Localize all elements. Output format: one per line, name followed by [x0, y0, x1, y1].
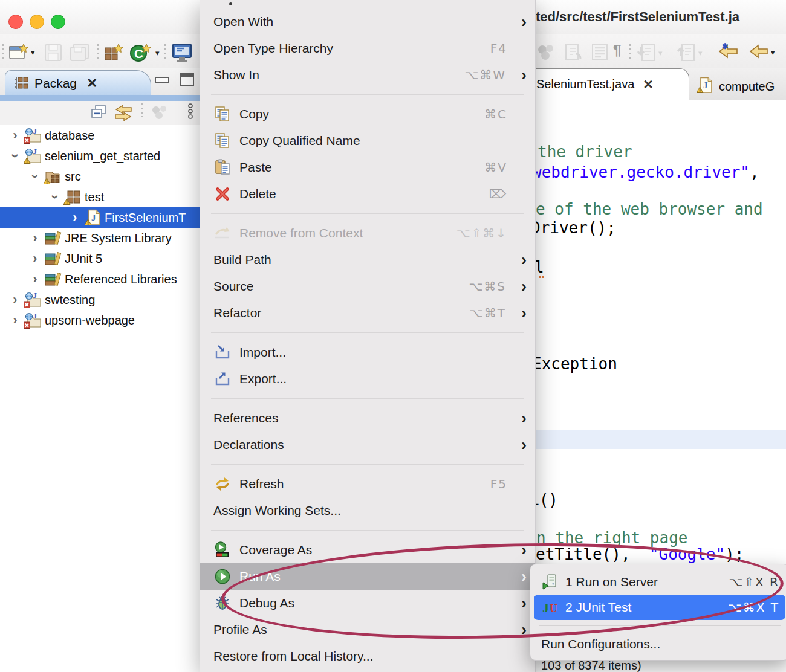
chevron-collapsed-icon[interactable]: › [67, 210, 83, 225]
menu-separator [211, 332, 524, 333]
menu-item-label: Run As [239, 569, 281, 584]
tree-item-upsorn-webpage[interactable]: ›Jupsorn-webpage [0, 310, 200, 331]
current-line-highlight [531, 430, 786, 449]
menu-item-shortcut: ⌘C [484, 107, 507, 121]
menu-item-run-configurations[interactable]: Run Configurations... [530, 632, 786, 657]
package-warning-icon [63, 189, 82, 205]
delete-icon [213, 186, 232, 202]
tree-item-selenium-get-started[interactable]: ›Jselenium_get_started [0, 146, 200, 166]
last-edit-location-button[interactable]: ✱ [717, 43, 739, 61]
menu-item-paste[interactable]: Paste⌘V [200, 154, 535, 181]
new-wizard-button[interactable]: ▾ [8, 43, 35, 61]
team-sync-button[interactable] [536, 43, 556, 61]
menu-item-build-path[interactable]: Build Path› [200, 247, 535, 273]
svg-text:J: J [703, 80, 708, 90]
menu-item-profile-as[interactable]: Profile As› [200, 616, 535, 643]
eclipse-window: ted/src/test/FirstSeleniumTest.ja ▾ C ▾ [0, 0, 786, 672]
link-editor-arrows-icon [114, 105, 133, 121]
submenu-chevron-icon: › [516, 622, 527, 638]
chevron-collapsed-icon[interactable]: › [27, 230, 43, 246]
tab-package-explorer[interactable]: Packag ✕ [5, 70, 151, 96]
menu-item-debug-as[interactable]: Debug As› [200, 590, 535, 616]
new-java-project-button[interactable] [103, 43, 125, 62]
show-outline-button[interactable] [590, 43, 611, 61]
menu-item-label: Build Path [213, 253, 271, 267]
tree-item-label: upsorn-webpage [45, 314, 135, 328]
doc-arrow-icon [564, 43, 584, 61]
code-line: l [534, 258, 544, 276]
tree-item-database[interactable]: ›Jdatabase [0, 125, 200, 146]
svg-text:J: J [91, 213, 96, 222]
menu-item-show-in[interactable]: Show In⌥⌘W› [200, 62, 535, 88]
close-view-icon[interactable]: ✕ [86, 76, 97, 91]
tree-item-firstseleniumt[interactable]: ›JFirstSeleniumT [0, 207, 200, 228]
save-button[interactable] [44, 43, 63, 61]
open-console-button[interactable] [172, 43, 193, 62]
tree-item-src[interactable]: ›src [0, 166, 200, 187]
junit-icon: JU [541, 599, 559, 616]
menu-item-restore-from-local-history[interactable]: Restore from Local History... [200, 643, 535, 670]
menu-item-coverage-as[interactable]: Coverage As› [200, 537, 535, 563]
link-with-editor-button[interactable] [114, 105, 133, 124]
java-project-error-icon: J [23, 292, 42, 308]
tree-item-swtesting[interactable]: ›Jswtesting [0, 289, 200, 310]
new-web-service-button[interactable]: C ▾ [129, 43, 160, 62]
collapse-all-button[interactable] [89, 105, 108, 123]
menu-item-copy[interactable]: Copy⌘C [200, 101, 535, 128]
save-all-button[interactable] [69, 43, 91, 61]
menu-item-shortcut: ⌘V [484, 160, 507, 175]
menu-separator [211, 464, 524, 465]
menu-item-import[interactable]: Import... [200, 339, 535, 366]
editor-tab-label: SeleniumTest.java [536, 77, 634, 91]
focus-dots-icon [150, 105, 172, 120]
show-whitespace-button[interactable]: ¶ [613, 42, 621, 59]
menu-item-assign-working-sets[interactable]: Assign Working Sets... [200, 497, 535, 524]
tree-item-referenced-libraries[interactable]: ›Referenced Libraries [0, 269, 200, 289]
minimize-window-button[interactable] [30, 15, 44, 29]
next-annotation-button[interactable]: ▾ [636, 43, 663, 62]
maximize-view-button[interactable] [180, 73, 194, 86]
submenu-chevron-icon: › [516, 542, 527, 558]
menu-item-label: Source [213, 279, 254, 294]
svg-text:J: J [33, 148, 37, 156]
menu-item-copy-qualified-name[interactable]: Copy Qualified Name [200, 128, 535, 154]
debug-icon [213, 595, 232, 612]
menu-item-2-junit-test[interactable]: JU2 JUnit Test⌥⌘X T [534, 595, 785, 620]
menu-item-export[interactable]: Export... [200, 366, 535, 392]
menu-item-remove-from-context[interactable]: Remove from Context⌥⇧⌘↓ [200, 220, 535, 247]
back-history-button[interactable]: ▾ [749, 43, 775, 61]
close-tab-icon[interactable]: ✕ [643, 77, 654, 92]
chevron-collapsed-icon[interactable]: › [7, 128, 23, 143]
menu-item-1-run-on-server[interactable]: 1 Run on Server⌥⇧X R [530, 569, 786, 595]
focus-on-active-task-button[interactable] [150, 105, 172, 123]
chevron-expanded-icon[interactable]: › [27, 169, 43, 184]
menu-item-declarations[interactable]: Declarations› [200, 431, 535, 458]
tab-compute-g[interactable]: J computeG [697, 73, 775, 100]
tree-item-test[interactable]: ›test [0, 187, 200, 207]
menu-item-run-as[interactable]: Run As› [200, 563, 535, 590]
chevron-collapsed-icon[interactable]: › [7, 292, 23, 308]
chevron-collapsed-icon[interactable]: › [27, 251, 43, 267]
chevron-expanded-icon[interactable]: › [7, 148, 23, 164]
dropdown-arrow-icon: ▾ [31, 48, 35, 57]
close-window-button[interactable] [8, 15, 23, 29]
chevron-expanded-icon[interactable]: › [47, 189, 63, 205]
menu-item-source[interactable]: Source⌥⌘S› [200, 273, 535, 300]
zoom-window-button[interactable] [51, 15, 65, 29]
tree-item-label: FirstSeleniumT [105, 211, 186, 225]
submenu-chevron-icon: › [516, 410, 527, 427]
menu-item-open-type-hierarchy[interactable]: Open Type HierarchyF4 [200, 35, 535, 62]
minimize-view-button[interactable] [155, 77, 169, 83]
previous-annotation-button[interactable]: ▾ [676, 43, 703, 62]
view-menu-button[interactable] [186, 102, 195, 124]
menu-item-open-with[interactable]: Open With› [200, 8, 535, 35]
chevron-collapsed-icon[interactable]: › [7, 312, 23, 328]
menu-item-refresh[interactable]: RefreshF5 [200, 471, 535, 497]
next-edit-button[interactable] [564, 43, 584, 61]
tree-item-junit-5[interactable]: ›JUnit 5 [0, 248, 200, 269]
chevron-collapsed-icon[interactable]: › [27, 271, 43, 287]
menu-item-references[interactable]: References› [200, 405, 535, 431]
menu-item-refactor[interactable]: Refactor⌥⌘T› [200, 300, 535, 326]
tree-item-jre-system-library[interactable]: ›JRE System Library [0, 228, 200, 248]
menu-item-delete[interactable]: Delete⌦ [200, 181, 535, 207]
